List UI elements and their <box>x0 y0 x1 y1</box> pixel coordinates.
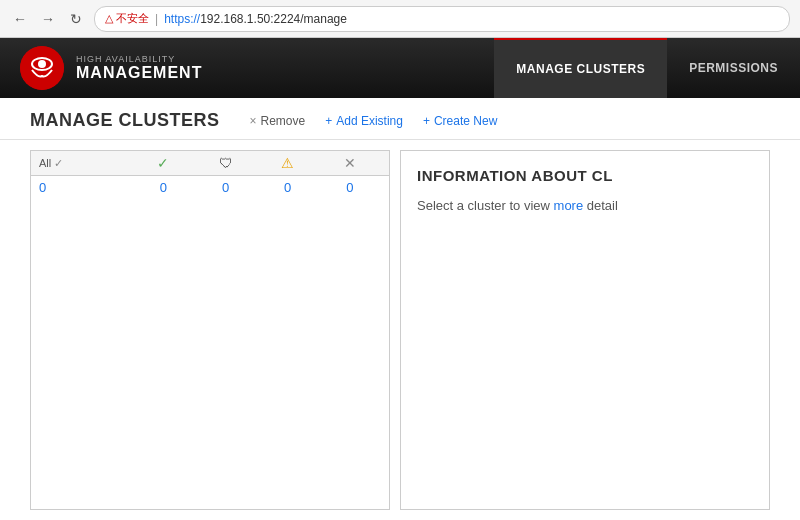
app-header: HIGH AVAILABILITY MANAGEMENT MANAGE CLUS… <box>0 38 800 98</box>
browser-chrome: ← → ↻ △ 不安全 | https://192.168.1.50:2224/… <box>0 0 800 38</box>
brand-area: HIGH AVAILABILITY MANAGEMENT <box>0 46 222 90</box>
create-label: Create New <box>434 114 497 128</box>
col-ok: ✓ <box>132 155 194 171</box>
col-error: ✕ <box>319 155 381 171</box>
val-all: 0 <box>39 180 132 195</box>
val-error: 0 <box>319 180 381 195</box>
remove-label: Remove <box>261 114 306 128</box>
cluster-list-header: All ✓ ✓ 🛡 ⚠ ✕ <box>31 151 389 176</box>
error-icon: ✕ <box>344 155 356 171</box>
tab-manage-clusters[interactable]: MANAGE CLUSTERS <box>494 38 667 98</box>
url-port-path: :2224/manage <box>270 12 347 26</box>
back-button[interactable]: ← <box>10 9 30 29</box>
create-prefix: + <box>423 114 430 128</box>
check-icon: ✓ <box>54 157 63 170</box>
add-existing-link[interactable]: + Add Existing <box>325 114 403 128</box>
section-title: MANAGE CLUSTERS <box>30 110 220 131</box>
ok-icon: ✓ <box>157 155 169 171</box>
url-text: https://192.168.1.50:2224/manage <box>164 12 347 26</box>
content-header: MANAGE CLUSTERS × Remove + Add Existing … <box>0 98 800 140</box>
logo <box>20 46 64 90</box>
cluster-list-panel: All ✓ ✓ 🛡 ⚠ ✕ 0 0 0 0 <box>30 150 390 510</box>
remove-prefix: × <box>250 114 257 128</box>
brand-main: MANAGEMENT <box>76 64 202 82</box>
warning-triangle-icon: ⚠ <box>281 155 294 171</box>
nav-tabs: MANAGE CLUSTERS PERMISSIONS <box>494 38 800 98</box>
brand-sub: HIGH AVAILABILITY <box>76 54 202 64</box>
url-https: https:// <box>164 12 200 26</box>
col-all: All ✓ <box>39 157 132 170</box>
remove-link[interactable]: × Remove <box>250 114 306 128</box>
add-label: Add Existing <box>336 114 403 128</box>
shield-icon: 🛡 <box>219 155 233 171</box>
main-content: MANAGE CLUSTERS × Remove + Add Existing … <box>0 98 800 520</box>
add-prefix: + <box>325 114 332 128</box>
tab-permissions[interactable]: PERMISSIONS <box>667 38 800 98</box>
cluster-summary-row: 0 0 0 0 0 <box>31 176 389 199</box>
panels: All ✓ ✓ 🛡 ⚠ ✕ 0 0 0 0 <box>0 140 800 520</box>
address-bar[interactable]: △ 不安全 | https://192.168.1.50:2224/manage <box>94 6 790 32</box>
security-label: 不安全 <box>116 11 149 26</box>
security-warning: △ 不安全 <box>105 11 149 26</box>
forward-button[interactable]: → <box>38 9 58 29</box>
url-separator: | <box>155 12 158 26</box>
val-shield: 0 <box>194 180 256 195</box>
col-shield: 🛡 <box>194 155 256 171</box>
val-warning: 0 <box>257 180 319 195</box>
url-host: 192.168.1.50 <box>200 12 270 26</box>
warning-icon: △ <box>105 12 113 25</box>
create-new-link[interactable]: + Create New <box>423 114 497 128</box>
info-desc: Select a cluster to view more detail <box>417 196 753 216</box>
val-ok: 0 <box>132 180 194 195</box>
info-title: INFORMATION ABOUT CL <box>417 167 753 184</box>
reload-button[interactable]: ↻ <box>66 9 86 29</box>
more-link[interactable]: more <box>554 198 584 213</box>
col-all-label: All <box>39 157 51 169</box>
svg-point-2 <box>38 60 46 68</box>
info-panel: INFORMATION ABOUT CL Select a cluster to… <box>400 150 770 510</box>
col-warning: ⚠ <box>257 155 319 171</box>
brand-text: HIGH AVAILABILITY MANAGEMENT <box>76 54 202 82</box>
